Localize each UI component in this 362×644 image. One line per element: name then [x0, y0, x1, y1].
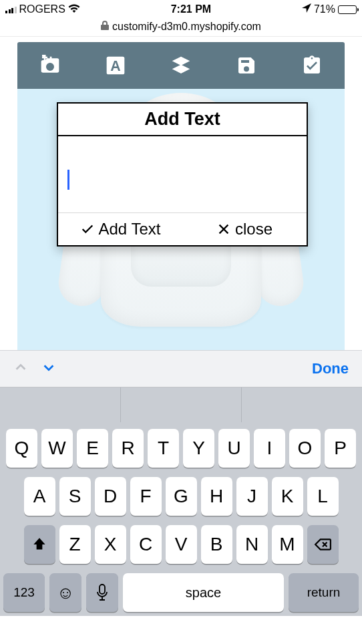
shift-key[interactable]: [24, 525, 55, 564]
close-icon: [216, 222, 231, 236]
numeric-key[interactable]: 123: [3, 573, 45, 612]
backspace-icon: [314, 536, 331, 553]
key-g[interactable]: G: [166, 477, 197, 516]
key-u[interactable]: U: [218, 429, 250, 468]
key-d[interactable]: D: [95, 477, 126, 516]
shift-icon: [31, 536, 48, 553]
key-w[interactable]: W: [41, 429, 73, 468]
browser-url-bar[interactable]: customify-d3m0.myshopify.com: [0, 19, 362, 37]
next-field-button[interactable]: [41, 360, 56, 377]
modal-title: Add Text: [58, 104, 307, 136]
carrier-label: ROGERS: [19, 3, 65, 15]
key-s[interactable]: S: [59, 477, 91, 516]
location-icon: [302, 3, 311, 15]
keyboard-suggestions: [0, 387, 362, 422]
check-icon: [80, 222, 95, 236]
layers-button[interactable]: [157, 42, 205, 89]
key-l[interactable]: L: [307, 477, 339, 516]
key-h[interactable]: H: [201, 477, 232, 516]
keyboard-accessory-bar: Done: [0, 350, 362, 387]
key-i[interactable]: I: [254, 429, 285, 468]
key-b[interactable]: B: [201, 525, 232, 564]
lock-icon: [101, 21, 109, 32]
save-button[interactable]: [222, 42, 270, 89]
confirm-add-text-button[interactable]: Add Text: [58, 213, 182, 245]
svg-text:A: A: [110, 58, 120, 74]
key-n[interactable]: N: [236, 525, 268, 564]
add-text-modal: Add Text Add Text close: [57, 102, 308, 247]
suggestion-slot[interactable]: [242, 387, 362, 422]
key-k[interactable]: K: [272, 477, 303, 516]
keyboard-done-button[interactable]: Done: [312, 360, 349, 377]
editor-toolbar: A: [17, 42, 345, 89]
key-y[interactable]: Y: [183, 429, 214, 468]
key-q[interactable]: Q: [6, 429, 37, 468]
status-bar: ROGERS 7:21 PM 71%: [0, 0, 362, 19]
close-modal-button[interactable]: close: [182, 213, 307, 245]
close-label: close: [235, 220, 273, 238]
keyboard-row-1: QWERTYUIOP: [3, 429, 359, 468]
key-t[interactable]: T: [148, 429, 179, 468]
key-x[interactable]: X: [95, 525, 126, 564]
signal-bars-icon: [5, 5, 17, 13]
key-r[interactable]: R: [112, 429, 144, 468]
dictation-key[interactable]: [86, 573, 118, 612]
space-key[interactable]: space: [123, 573, 284, 612]
chevron-down-icon: [41, 360, 56, 375]
key-a[interactable]: A: [24, 477, 55, 516]
emoji-icon: ☺: [57, 583, 75, 603]
chevron-up-icon: [13, 360, 28, 375]
prev-field-button[interactable]: [13, 360, 28, 377]
software-keyboard: QWERTYUIOP ASDFGHJKL ZXCVBNM 123 ☺ space…: [0, 422, 362, 616]
app-content: A Add Text Add Text: [0, 37, 362, 350]
keyboard-row-3: ZXCVBNM: [3, 525, 359, 564]
text-caret: [67, 170, 69, 190]
status-time: 7:21 PM: [171, 3, 211, 15]
confirm-label: Add Text: [99, 220, 161, 238]
done-button[interactable]: [288, 42, 336, 89]
backspace-key[interactable]: [307, 525, 339, 564]
suggestion-slot[interactable]: [121, 387, 242, 422]
microphone-icon: [96, 584, 109, 601]
text-input[interactable]: [58, 136, 307, 210]
suggestion-slot[interactable]: [0, 387, 121, 422]
key-v[interactable]: V: [166, 525, 197, 564]
return-key[interactable]: return: [289, 573, 359, 612]
emoji-key[interactable]: ☺: [49, 573, 81, 612]
svg-rect-2: [100, 585, 105, 594]
keyboard-row-4: 123 ☺ space return: [3, 573, 359, 612]
key-p[interactable]: P: [325, 429, 356, 468]
key-j[interactable]: J: [236, 477, 268, 516]
key-o[interactable]: O: [289, 429, 321, 468]
url-text: customify-d3m0.myshopify.com: [112, 21, 261, 33]
key-e[interactable]: E: [77, 429, 108, 468]
battery-pct: 71%: [314, 3, 335, 15]
status-right: 71%: [302, 3, 357, 15]
add-image-button[interactable]: [26, 42, 74, 89]
key-z[interactable]: Z: [59, 525, 91, 564]
modal-actions: Add Text close: [58, 212, 307, 245]
key-f[interactable]: F: [130, 477, 162, 516]
keyboard-row-2: ASDFGHJKL: [3, 477, 359, 516]
add-text-button[interactable]: A: [92, 42, 140, 89]
wifi-icon: [68, 4, 80, 15]
battery-icon: [338, 5, 357, 14]
key-c[interactable]: C: [130, 525, 162, 564]
status-left: ROGERS: [5, 3, 80, 15]
key-m[interactable]: M: [272, 525, 303, 564]
